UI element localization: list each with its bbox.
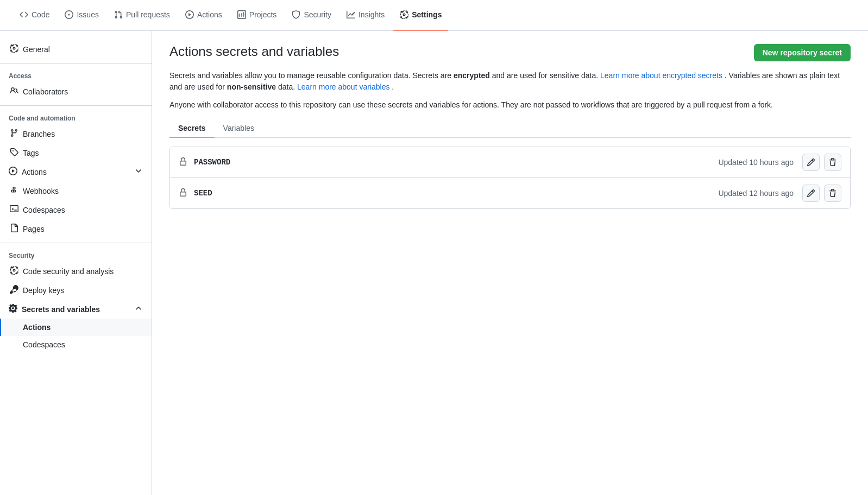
nav-item-projects[interactable]: Projects [231,0,284,31]
access-section-label: Access [0,68,152,82]
code-security-icon [10,266,18,276]
branches-icon [10,129,18,139]
sidebar-tags-label: Tags [23,149,39,157]
sidebar-item-secrets-variables[interactable]: Secrets and variables [0,300,152,319]
nav-item-settings[interactable]: Settings [393,0,448,31]
chevron-down-icon [134,167,143,177]
secret-left-password: PASSWORD [179,157,230,168]
edit-seed-button[interactable] [802,185,820,202]
actions-nav-icon [185,10,194,19]
secret-name-seed: SEED [194,189,212,198]
desc-text-5: . [392,82,394,91]
sidebar-codespaces-label: Codespaces [23,206,65,214]
projects-icon [237,10,246,19]
secret-row-seed: SEED Updated 12 hours ago [170,178,850,208]
page-title: Actions secrets and variables [169,44,339,59]
sidebar-item-branches[interactable]: Branches [0,124,152,143]
desc-text-4: data. [278,82,297,91]
nav-code-label: Code [32,10,49,19]
delete-seed-button[interactable] [824,185,841,202]
sidebar-item-tags[interactable]: Tags [0,143,152,162]
settings-icon [400,10,408,19]
secret-right-password: Updated 10 hours ago [718,154,841,171]
sidebar-actions-label: Actions [22,168,47,176]
insights-icon [347,10,355,19]
page-header: Actions secrets and variables New reposi… [169,44,851,61]
nav-item-security[interactable]: Security [285,0,338,31]
nav-item-actions[interactable]: Actions [179,0,229,31]
pages-icon [10,224,18,234]
sidebar-item-codespaces[interactable]: Codespaces [0,200,152,219]
tab-variables[interactable]: Variables [215,119,263,138]
tags-icon [10,148,18,158]
sidebar-item-actions-sub[interactable]: Actions [0,319,152,336]
main-content: Actions secrets and variables New reposi… [152,31,868,495]
top-nav: Code Issues Pull requests Actions [0,0,868,31]
collaborators-icon [10,86,18,97]
sidebar-item-deploy-keys[interactable]: Deploy keys [0,281,152,300]
secret-updated-password: Updated 10 hours ago [718,158,794,167]
sidebar-pages-label: Pages [23,225,45,233]
sidebar-item-code-security[interactable]: Code security and analysis [0,262,152,281]
secret-left-seed: SEED [179,188,212,199]
sidebar-item-actions[interactable]: Actions [0,162,152,181]
tabs: Secrets Variables [169,119,851,138]
sidebar-item-collaborators[interactable]: Collaborators [0,82,152,101]
desc-bold-2: non-sensitive [227,82,276,91]
key-icon [10,285,18,295]
edit-password-button[interactable] [802,154,820,171]
description-block: Secrets and variables allow you to manag… [169,70,851,111]
security-section-label: Security [0,248,152,262]
learn-more-variables-link[interactable]: Learn more about variables [297,82,389,91]
desc-bold-1: encrypted [454,71,490,80]
sidebar-codespaces-sub-label: Codespaces [23,340,65,349]
sidebar-deploy-keys-label: Deploy keys [23,286,64,295]
learn-more-secrets-link[interactable]: Learn more about encrypted secrets [600,71,722,80]
sidebar-actions-sub-label: Actions [23,323,51,332]
issues-icon [65,10,73,19]
delete-password-button[interactable] [824,154,841,171]
lock-icon-password [179,157,187,168]
codespaces-icon [10,205,18,215]
sidebar-item-webhooks[interactable]: Webhooks [0,181,152,200]
nav-item-pull-requests[interactable]: Pull requests [108,0,177,31]
secrets-icon [9,304,17,314]
nav-item-issues[interactable]: Issues [58,0,105,31]
desc-para-2: Anyone with collaborator access to this … [169,99,851,111]
sidebar-webhooks-label: Webhooks [23,187,59,195]
sidebar-item-codespaces-sub[interactable]: Codespaces [0,336,152,353]
pr-icon [114,10,123,19]
tab-secrets[interactable]: Secrets [169,119,215,138]
secrets-list: PASSWORD Updated 10 hours ago [169,147,851,209]
desc-text-2: and are used for sensitive data. [492,71,600,80]
webhooks-icon [10,186,18,196]
nav-insights-label: Insights [358,10,385,19]
sidebar-code-security-label: Code security and analysis [23,267,114,276]
nav-actions-label: Actions [197,10,222,19]
desc-text-1: Secrets and variables allow you to manag… [169,71,454,80]
nav-settings-label: Settings [412,10,442,19]
nav-pr-label: Pull requests [126,10,170,19]
secret-name-password: PASSWORD [194,158,230,167]
nav-item-code[interactable]: Code [13,0,56,31]
sidebar-branches-label: Branches [23,130,55,138]
gear-icon [10,44,18,54]
nav-item-insights[interactable]: Insights [340,0,391,31]
secret-updated-seed: Updated 12 hours ago [718,189,794,198]
nav-security-label: Security [304,10,331,19]
secret-row-password: PASSWORD Updated 10 hours ago [170,147,850,178]
actions-sidebar-icon [9,167,17,177]
sidebar-collaborators-label: Collaborators [23,87,68,96]
code-automation-section-label: Code and automation [0,110,152,124]
sidebar-general-label: General [23,45,50,54]
sidebar-item-general[interactable]: General [0,40,152,59]
nav-issues-label: Issues [77,10,98,19]
new-repository-secret-button[interactable]: New repository secret [754,44,851,61]
nav-projects-label: Projects [249,10,277,19]
sidebar-item-pages[interactable]: Pages [0,219,152,238]
security-nav-icon [292,10,300,19]
secret-right-seed: Updated 12 hours ago [718,185,841,202]
lock-icon-seed [179,188,187,199]
sidebar-secrets-variables-label: Secrets and variables [22,305,100,314]
sidebar: General Access Collaborators Code and au… [0,31,152,495]
